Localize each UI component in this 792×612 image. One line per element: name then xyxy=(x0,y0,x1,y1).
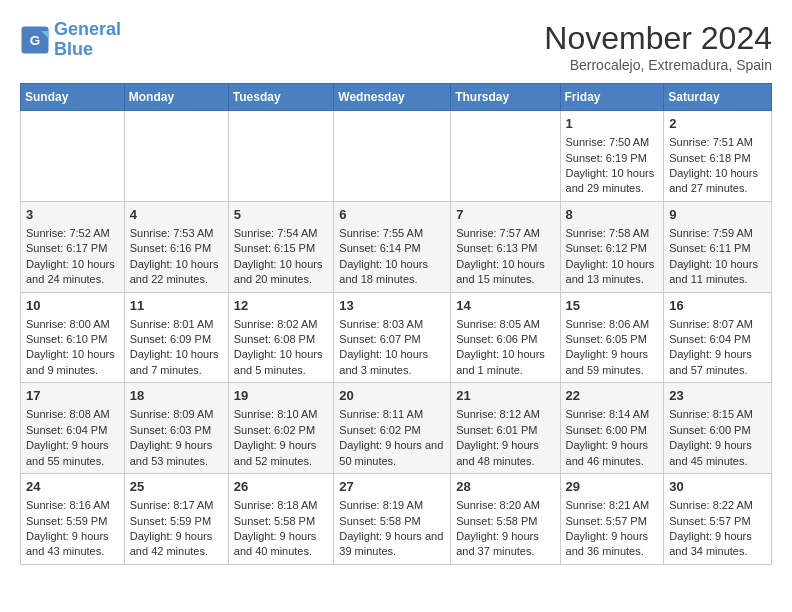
day-info: Daylight: 10 hours and 1 minute. xyxy=(456,347,554,378)
day-info: Sunset: 5:59 PM xyxy=(130,514,223,529)
day-info: Daylight: 10 hours and 9 minutes. xyxy=(26,347,119,378)
calendar-table: SundayMondayTuesdayWednesdayThursdayFrid… xyxy=(20,83,772,565)
title-block: November 2024 Berrocalejo, Extremadura, … xyxy=(544,20,772,73)
month-title: November 2024 xyxy=(544,20,772,57)
logo-text: General Blue xyxy=(54,20,121,60)
day-info: Sunrise: 7:57 AM xyxy=(456,226,554,241)
calendar-cell: 24Sunrise: 8:16 AMSunset: 5:59 PMDayligh… xyxy=(21,474,125,565)
day-info: Sunrise: 8:00 AM xyxy=(26,317,119,332)
day-info: Sunset: 6:11 PM xyxy=(669,241,766,256)
calendar-cell: 18Sunrise: 8:09 AMSunset: 6:03 PMDayligh… xyxy=(124,383,228,474)
calendar-cell: 20Sunrise: 8:11 AMSunset: 6:02 PMDayligh… xyxy=(334,383,451,474)
calendar-cell: 3Sunrise: 7:52 AMSunset: 6:17 PMDaylight… xyxy=(21,201,125,292)
calendar-cell xyxy=(124,111,228,202)
day-info: Sunset: 6:07 PM xyxy=(339,332,445,347)
col-header-saturday: Saturday xyxy=(664,84,772,111)
day-info: Daylight: 9 hours and 50 minutes. xyxy=(339,438,445,469)
calendar-cell: 15Sunrise: 8:06 AMSunset: 6:05 PMDayligh… xyxy=(560,292,664,383)
day-info: Daylight: 10 hours and 13 minutes. xyxy=(566,257,659,288)
col-header-tuesday: Tuesday xyxy=(228,84,334,111)
day-info: Daylight: 9 hours and 34 minutes. xyxy=(669,529,766,560)
day-info: Sunrise: 8:14 AM xyxy=(566,407,659,422)
day-info: Daylight: 9 hours and 59 minutes. xyxy=(566,347,659,378)
calendar-cell xyxy=(228,111,334,202)
calendar-cell: 9Sunrise: 7:59 AMSunset: 6:11 PMDaylight… xyxy=(664,201,772,292)
week-row-4: 24Sunrise: 8:16 AMSunset: 5:59 PMDayligh… xyxy=(21,474,772,565)
calendar-cell: 25Sunrise: 8:17 AMSunset: 5:59 PMDayligh… xyxy=(124,474,228,565)
day-info: Sunrise: 8:17 AM xyxy=(130,498,223,513)
day-info: Sunset: 6:15 PM xyxy=(234,241,329,256)
day-info: Sunset: 6:08 PM xyxy=(234,332,329,347)
day-info: Sunset: 6:00 PM xyxy=(669,423,766,438)
day-info: Sunrise: 8:11 AM xyxy=(339,407,445,422)
calendar-cell: 19Sunrise: 8:10 AMSunset: 6:02 PMDayligh… xyxy=(228,383,334,474)
svg-text:G: G xyxy=(30,32,41,47)
day-info: Sunrise: 8:21 AM xyxy=(566,498,659,513)
day-info: Daylight: 10 hours and 3 minutes. xyxy=(339,347,445,378)
day-number: 19 xyxy=(234,387,329,405)
day-info: Daylight: 9 hours and 43 minutes. xyxy=(26,529,119,560)
day-number: 26 xyxy=(234,478,329,496)
calendar-cell: 28Sunrise: 8:20 AMSunset: 5:58 PMDayligh… xyxy=(451,474,560,565)
day-info: Sunset: 5:59 PM xyxy=(26,514,119,529)
day-number: 10 xyxy=(26,297,119,315)
day-number: 11 xyxy=(130,297,223,315)
day-info: Sunrise: 8:19 AM xyxy=(339,498,445,513)
calendar-cell: 30Sunrise: 8:22 AMSunset: 5:57 PMDayligh… xyxy=(664,474,772,565)
calendar-cell: 27Sunrise: 8:19 AMSunset: 5:58 PMDayligh… xyxy=(334,474,451,565)
day-info: Daylight: 10 hours and 5 minutes. xyxy=(234,347,329,378)
day-number: 1 xyxy=(566,115,659,133)
calendar-header-row: SundayMondayTuesdayWednesdayThursdayFrid… xyxy=(21,84,772,111)
day-info: Daylight: 10 hours and 27 minutes. xyxy=(669,166,766,197)
day-number: 22 xyxy=(566,387,659,405)
week-row-0: 1Sunrise: 7:50 AMSunset: 6:19 PMDaylight… xyxy=(21,111,772,202)
calendar-cell: 5Sunrise: 7:54 AMSunset: 6:15 PMDaylight… xyxy=(228,201,334,292)
day-info: Daylight: 9 hours and 46 minutes. xyxy=(566,438,659,469)
calendar-cell: 29Sunrise: 8:21 AMSunset: 5:57 PMDayligh… xyxy=(560,474,664,565)
day-number: 6 xyxy=(339,206,445,224)
col-header-monday: Monday xyxy=(124,84,228,111)
calendar-cell: 12Sunrise: 8:02 AMSunset: 6:08 PMDayligh… xyxy=(228,292,334,383)
day-number: 17 xyxy=(26,387,119,405)
day-info: Daylight: 10 hours and 29 minutes. xyxy=(566,166,659,197)
col-header-wednesday: Wednesday xyxy=(334,84,451,111)
day-info: Sunrise: 8:22 AM xyxy=(669,498,766,513)
logo-line1: General xyxy=(54,19,121,39)
day-number: 5 xyxy=(234,206,329,224)
day-info: Sunset: 6:02 PM xyxy=(234,423,329,438)
day-number: 18 xyxy=(130,387,223,405)
logo-icon: G xyxy=(20,25,50,55)
day-info: Sunset: 6:18 PM xyxy=(669,151,766,166)
day-info: Sunrise: 8:03 AM xyxy=(339,317,445,332)
col-header-friday: Friday xyxy=(560,84,664,111)
day-info: Sunset: 5:58 PM xyxy=(234,514,329,529)
day-number: 12 xyxy=(234,297,329,315)
day-info: Sunset: 6:16 PM xyxy=(130,241,223,256)
day-info: Daylight: 9 hours and 48 minutes. xyxy=(456,438,554,469)
day-number: 20 xyxy=(339,387,445,405)
calendar-cell: 13Sunrise: 8:03 AMSunset: 6:07 PMDayligh… xyxy=(334,292,451,383)
calendar-cell: 26Sunrise: 8:18 AMSunset: 5:58 PMDayligh… xyxy=(228,474,334,565)
day-number: 14 xyxy=(456,297,554,315)
day-info: Daylight: 10 hours and 22 minutes. xyxy=(130,257,223,288)
col-header-thursday: Thursday xyxy=(451,84,560,111)
calendar-cell: 21Sunrise: 8:12 AMSunset: 6:01 PMDayligh… xyxy=(451,383,560,474)
day-info: Sunrise: 8:18 AM xyxy=(234,498,329,513)
day-info: Sunrise: 8:06 AM xyxy=(566,317,659,332)
day-number: 15 xyxy=(566,297,659,315)
day-info: Sunrise: 8:16 AM xyxy=(26,498,119,513)
day-info: Daylight: 9 hours and 36 minutes. xyxy=(566,529,659,560)
day-info: Daylight: 9 hours and 37 minutes. xyxy=(456,529,554,560)
day-info: Sunset: 6:14 PM xyxy=(339,241,445,256)
day-info: Daylight: 10 hours and 24 minutes. xyxy=(26,257,119,288)
day-info: Sunrise: 8:20 AM xyxy=(456,498,554,513)
day-info: Daylight: 9 hours and 52 minutes. xyxy=(234,438,329,469)
day-info: Sunrise: 8:15 AM xyxy=(669,407,766,422)
day-info: Sunset: 6:10 PM xyxy=(26,332,119,347)
day-number: 21 xyxy=(456,387,554,405)
calendar-cell: 4Sunrise: 7:53 AMSunset: 6:16 PMDaylight… xyxy=(124,201,228,292)
location: Berrocalejo, Extremadura, Spain xyxy=(544,57,772,73)
day-info: Sunset: 6:19 PM xyxy=(566,151,659,166)
day-info: Sunset: 5:58 PM xyxy=(456,514,554,529)
calendar-cell: 2Sunrise: 7:51 AMSunset: 6:18 PMDaylight… xyxy=(664,111,772,202)
